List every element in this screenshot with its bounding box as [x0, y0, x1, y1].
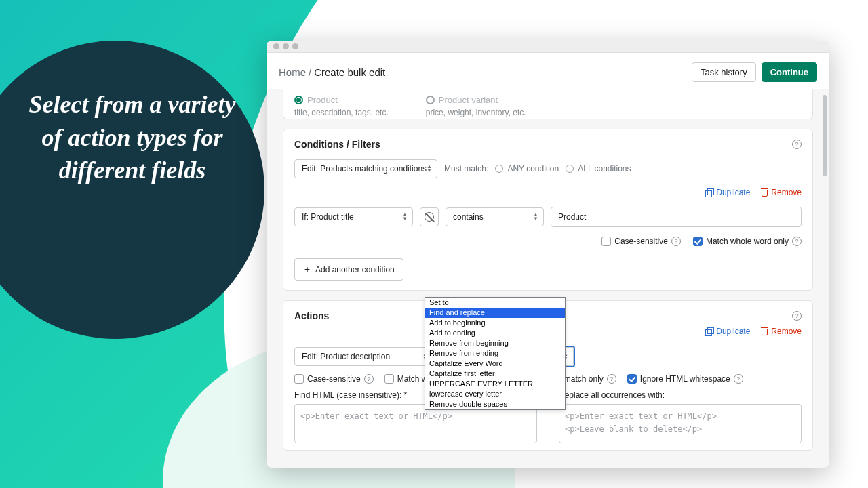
radio-product-sub: title, description, tags, etc.	[294, 108, 389, 117]
radio-icon	[495, 165, 503, 173]
dropdown-option[interactable]: Capitalize Every Word	[425, 359, 565, 369]
help-icon[interactable]: ?	[607, 374, 616, 384]
continue-button[interactable]: Continue	[762, 62, 817, 82]
edit-scope-select[interactable]: Edit: Products matching conditions▲▼	[294, 159, 437, 178]
traffic-light-close[interactable]	[273, 43, 279, 49]
remove-action-button[interactable]: Remove	[761, 327, 802, 336]
traffic-light-zoom[interactable]	[292, 43, 298, 49]
all-conditions-radio[interactable]: ALL conditions	[566, 164, 631, 174]
ignore-html-checkbox[interactable]: Ignore HTML whitespace?	[627, 374, 743, 384]
action-type-dropdown[interactable]: Set toFind and replaceAdd to beginningAd…	[425, 297, 566, 410]
breadcrumb: Home/Create bulk edit	[279, 66, 385, 78]
dropdown-option[interactable]: Find and replace	[425, 308, 565, 318]
dropdown-option[interactable]: Capitalize first letter	[425, 369, 565, 379]
action-case-sensitive-checkbox[interactable]: Case-sensitive?	[294, 374, 374, 384]
action-field-select[interactable]: Edit: Product description▲▼	[294, 347, 433, 366]
duplicate-action-button[interactable]: Duplicate	[705, 327, 750, 336]
traffic-light-minimize[interactable]	[283, 43, 289, 49]
must-match-label: Must match:	[444, 164, 488, 174]
help-icon[interactable]: ?	[671, 237, 681, 246]
duplicate-icon	[705, 327, 713, 336]
negate-operator-button[interactable]	[420, 207, 439, 226]
breadcrumb-current: Create bulk edit	[314, 66, 385, 78]
dropdown-option[interactable]: Remove double spaces	[425, 399, 565, 409]
dropdown-option[interactable]: Add to beginning	[425, 318, 565, 328]
duplicate-icon	[705, 188, 713, 197]
task-history-button[interactable]: Task history	[692, 62, 756, 82]
any-condition-radio[interactable]: ANY condition	[495, 164, 559, 174]
plus-icon: ＋	[303, 264, 311, 275]
trash-icon	[761, 327, 768, 336]
dropdown-option[interactable]: UPPERCASE EVERY LETTER	[425, 379, 565, 389]
conditions-card: Conditions / Filters ? Edit: Products ma…	[283, 129, 813, 291]
main-scroll: Product title, description, tags, etc. P…	[267, 89, 829, 468]
breadcrumb-home[interactable]: Home	[279, 66, 306, 78]
duplicate-condition-button[interactable]: Duplicate	[705, 188, 750, 197]
dropdown-option[interactable]: Remove from ending	[425, 348, 565, 359]
radio-variant[interactable]	[426, 96, 435, 104]
topbar: Home/Create bulk edit Task history Conti…	[267, 53, 829, 89]
radio-variant-sub: price, weight, inventory, etc.	[426, 108, 526, 117]
dropdown-option[interactable]: Set to	[425, 298, 565, 308]
condition-operator-select[interactable]: contains▲▼	[446, 207, 544, 226]
help-icon[interactable]: ?	[792, 140, 802, 149]
actions-title: Actions	[294, 310, 329, 321]
radio-product-label: Product	[307, 95, 338, 105]
prohibit-icon	[425, 212, 434, 222]
radio-product[interactable]	[294, 96, 303, 104]
conditions-title: Conditions / Filters	[294, 139, 380, 150]
help-icon[interactable]: ?	[734, 374, 743, 384]
case-sensitive-checkbox[interactable]: Case-sensitive?	[601, 237, 681, 246]
radio-variant-label: Product variant	[439, 95, 498, 105]
condition-field-select[interactable]: If: Product title▲▼	[294, 207, 413, 226]
dropdown-option[interactable]: Remove from beginning	[425, 338, 565, 348]
help-icon[interactable]: ?	[364, 374, 374, 384]
scrollbar-thumb[interactable]	[823, 95, 827, 176]
dropdown-option[interactable]: lowercase every letter	[425, 389, 565, 399]
add-condition-button[interactable]: ＋Add another condition	[294, 258, 403, 281]
trash-icon	[761, 188, 768, 197]
app-window: Home/Create bulk edit Task history Conti…	[267, 41, 829, 468]
window-titlebar	[267, 41, 829, 53]
match-whole-word-checkbox[interactable]: Match whole word only?	[693, 237, 802, 246]
radio-icon	[566, 165, 574, 173]
replace-textarea[interactable]: <p>Enter exact text or HTML</p> <p>Leave…	[559, 404, 802, 443]
help-icon[interactable]: ?	[792, 237, 802, 246]
remove-condition-button[interactable]: Remove	[761, 188, 802, 197]
help-icon[interactable]: ?	[792, 311, 802, 321]
promo-text: Select from a variety of action types fo…	[27, 88, 237, 187]
condition-value-input[interactable]	[551, 207, 802, 227]
replace-label: Replace all occurrences with:	[548, 389, 812, 401]
dropdown-option[interactable]: Add to ending	[425, 328, 565, 338]
